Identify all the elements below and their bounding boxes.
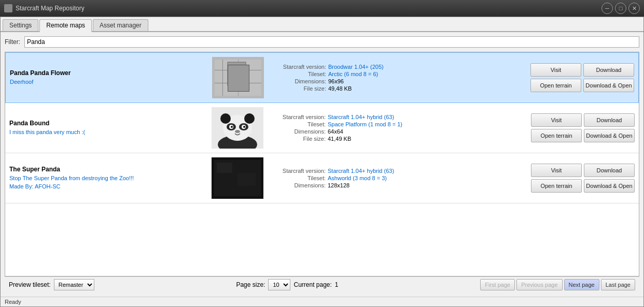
stat-label: Tileset: [269, 121, 326, 127]
svg-rect-5 [215, 83, 261, 83]
stat-label: Dimensions: [269, 128, 326, 135]
open-terrain-button-2[interactable]: Open terrain [531, 129, 582, 142]
stat-label: File size: [269, 136, 326, 142]
footer-left: Preview tileset: Remaster Classic [9, 279, 94, 290]
stat-value: 96x96 [328, 78, 344, 84]
map-thumb-2 [212, 107, 263, 149]
stat-label: Starcraft version: [269, 64, 326, 70]
map-info-3: The Super Panda Stop The Super Panda fro… [9, 157, 206, 199]
preview-tileset-label: Preview tileset: [9, 281, 51, 288]
map-item-3[interactable]: The Super Panda Stop The Super Panda fro… [5, 153, 639, 203]
map-thumb-1 [212, 57, 264, 98]
map-thumb-3 [212, 157, 263, 199]
stat-label: Tileset: [269, 71, 326, 77]
svg-rect-6 [228, 62, 246, 85]
stat-value: Broodwar 1.04+ (205) [328, 64, 384, 70]
tab-settings[interactable]: Settings [3, 19, 38, 31]
footer-center: Page size: 5 10 20 50 Current page: 1 [236, 279, 338, 290]
map-stats-1: Starcraft version:Broodwar 1.04+ (205) T… [269, 57, 525, 98]
preview-tileset-select[interactable]: Remaster Classic [54, 279, 94, 290]
status-text: Ready [5, 299, 21, 305]
visit-button-3[interactable]: Visit [531, 164, 582, 177]
svg-rect-3 [238, 60, 239, 96]
map-desc-1: Deerhoof [10, 78, 207, 86]
download-open-button-2[interactable]: Download & Open [584, 129, 635, 142]
stat-value: Starcraft 1.04+ hybrid (63) [328, 168, 394, 174]
stat-value: Space Platform (1 mod 8 = 1) [328, 121, 402, 127]
download-button-3[interactable]: Download [584, 164, 635, 177]
map-info-1: Panda Panda Flower Deerhoof [10, 57, 207, 98]
page-size-select[interactable]: 5 10 20 50 [268, 279, 290, 290]
filter-row: Filter: [5, 36, 639, 48]
svg-rect-2 [222, 60, 223, 96]
action-row-top-2: Visit Download [531, 113, 635, 127]
download-open-button-1[interactable]: Download & Open [583, 79, 634, 92]
filter-input[interactable] [24, 36, 639, 48]
stat-value: Starcraft 1.04+ hybrid (63) [328, 114, 394, 120]
download-button-1[interactable]: Download [583, 63, 634, 77]
svg-rect-22 [217, 163, 232, 173]
action-row-top-1: Visit Download [530, 63, 634, 77]
open-terrain-button-1[interactable]: Open terrain [530, 79, 581, 92]
title-bar: Starcraft Map Repository ─ □ ✕ [0, 0, 644, 17]
map-actions-2: Visit Download Open terrain Download & O… [531, 107, 635, 149]
svg-point-18 [243, 126, 245, 128]
current-page-value: 1 [335, 281, 339, 288]
visit-button-2[interactable]: Visit [531, 113, 582, 127]
svg-rect-23 [237, 173, 256, 186]
previous-page-button[interactable]: Previous page [516, 279, 562, 290]
stat-label: File size: [269, 85, 326, 92]
stat-value: 128x128 [328, 182, 349, 188]
stat-value: 64x64 [328, 128, 343, 135]
open-terrain-button-3[interactable]: Open terrain [531, 179, 582, 193]
download-button-2[interactable]: Download [584, 113, 635, 127]
minimize-button[interactable]: ─ [601, 3, 613, 14]
action-row-top-3: Visit Download [531, 164, 635, 177]
title-bar-left: Starcraft Map Repository [4, 4, 85, 12]
map-stats-3: Starcraft version:Starcraft 1.04+ hybrid… [269, 157, 526, 199]
stat-label: Dimensions: [269, 182, 326, 188]
stat-value: Ashworld (3 mod 8 = 3) [328, 175, 387, 181]
action-row-bot-2: Open terrain Download & Open [531, 129, 635, 142]
last-page-button[interactable]: Last page [601, 279, 635, 290]
map-stats-2: Starcraft version:Starcraft 1.04+ hybrid… [269, 107, 526, 149]
footer-bar: Preview tileset: Remaster Classic Page s… [5, 276, 639, 293]
map-name-1: Panda Panda Flower [10, 69, 207, 77]
current-page-label: Current page: [293, 281, 331, 288]
tab-asset-manager[interactable]: Asset manager [93, 19, 148, 31]
svg-rect-1 [215, 60, 261, 96]
map-name-3: The Super Panda [9, 166, 206, 173]
visit-button-1[interactable]: Visit [530, 63, 581, 77]
stat-label: Starcraft version: [269, 114, 326, 120]
svg-rect-7 [229, 64, 244, 84]
next-page-button[interactable]: Next page [564, 279, 599, 290]
map-actions-1: Visit Download Open terrain Download & O… [530, 57, 634, 98]
window-controls: ─ □ ✕ [601, 3, 640, 14]
stat-value: 49,48 KB [328, 85, 352, 92]
svg-rect-4 [215, 70, 261, 70]
stat-label: Dimensions: [269, 78, 326, 84]
first-page-button[interactable]: First page [480, 279, 515, 290]
status-bar: Ready [1, 297, 643, 306]
map-list: Panda Panda Flower Deerhoof [5, 52, 639, 276]
close-button[interactable]: ✕ [628, 3, 640, 14]
map-name-2: Panda Bound [9, 120, 206, 127]
svg-point-17 [231, 126, 233, 128]
stat-label: Tileset: [269, 175, 326, 181]
tab-remote-maps[interactable]: Remote maps [39, 19, 92, 32]
maximize-button[interactable]: □ [615, 3, 626, 14]
map-actions-3: Visit Download Open terrain Download & O… [531, 157, 635, 199]
filter-label: Filter: [5, 38, 20, 46]
map-desc-2: I miss this panda very much :( [9, 128, 206, 136]
download-open-button-3[interactable]: Download & Open [584, 179, 635, 193]
page-size-label: Page size: [236, 281, 265, 288]
main-window: Settings Remote maps Asset manager Filte… [0, 17, 644, 307]
stat-value: Arctic (6 mod 8 = 6) [328, 71, 378, 77]
svg-point-12 [244, 113, 255, 124]
map-desc-3: Stop The Super Panda from destroying the… [9, 174, 206, 191]
content-area: Filter: Panda Panda Flower Deerhoof [1, 32, 643, 297]
app-icon [4, 4, 12, 12]
map-item-1[interactable]: Panda Panda Flower Deerhoof [5, 52, 639, 103]
map-item-2[interactable]: Panda Bound I miss this panda very much … [5, 103, 639, 153]
footer-right: First page Previous page Next page Last … [480, 279, 635, 290]
